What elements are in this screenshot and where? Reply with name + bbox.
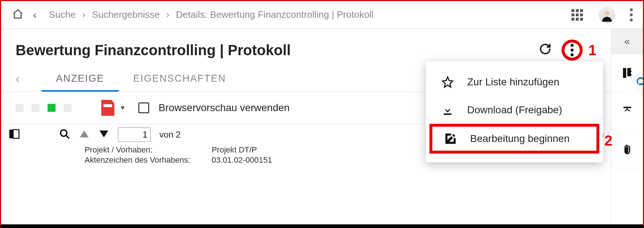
svg-rect-4: [576, 13, 579, 16]
breadcrumb-current: Details: Bewertung Finanzcontrolling | P…: [176, 9, 374, 20]
more-menu-icon[interactable]: [630, 8, 633, 21]
svg-rect-8: [580, 17, 583, 20]
svg-rect-11: [13, 130, 19, 138]
status-swatch: [32, 104, 40, 112]
svg-rect-6: [571, 17, 574, 20]
svg-point-12: [61, 130, 67, 136]
status-swatch: [16, 104, 24, 112]
menu-item-label: Bearbeitung beginnen: [470, 133, 570, 144]
download-icon: [440, 104, 455, 116]
annotation-marker-1: 1: [588, 42, 596, 58]
page-number-input[interactable]: [118, 127, 151, 142]
sidebar-toggle-icon[interactable]: [8, 128, 20, 141]
svg-rect-15: [623, 107, 631, 108]
browser-preview-checkbox[interactable]: [138, 102, 149, 113]
breadcrumb-item[interactable]: Suche: [49, 9, 76, 20]
tab-display[interactable]: ANZEIGE: [41, 66, 119, 91]
chevron-right-icon: ›: [82, 9, 86, 20]
page-down-icon[interactable]: [98, 130, 109, 140]
chevron-right-icon: ›: [166, 9, 170, 20]
page-up-icon[interactable]: [79, 130, 90, 140]
top-navigation: ‹ Suche › Suchergebnisse › Details: Bewe…: [1, 1, 643, 29]
browser-preview-label: Browservorschau verwenden: [159, 102, 290, 114]
svg-rect-7: [576, 17, 579, 20]
menu-item-label: Download (Freigabe): [467, 104, 562, 116]
edit-icon: [443, 133, 458, 145]
meta-value: 03.01.02-000151: [212, 155, 272, 165]
format-dropdown-icon[interactable]: ▼: [119, 104, 126, 112]
page-header: Bewertung Finanzcontrolling | Protokoll …: [1, 29, 611, 66]
status-swatch-active: [48, 104, 56, 112]
star-icon: [440, 76, 455, 88]
status-swatch: [64, 104, 72, 112]
svg-rect-3: [571, 13, 574, 16]
svg-rect-1: [576, 9, 579, 12]
menu-item-label: Zur Liste hinzufügen: [467, 76, 559, 88]
svg-line-13: [66, 135, 69, 138]
page-total-label: von 2: [159, 130, 181, 140]
breadcrumb-item[interactable]: Suchergebnisse: [92, 9, 159, 20]
menu-download[interactable]: Download (Freigabe): [426, 96, 603, 124]
svg-rect-5: [580, 13, 583, 16]
side-attachment-icon[interactable]: [611, 130, 643, 168]
menu-start-editing[interactable]: Bearbeitung beginnen: [429, 124, 599, 154]
svg-point-9: [604, 11, 609, 15]
meta-key: Projekt / Vorhaben:: [85, 145, 208, 155]
annotation-marker-2: 2: [604, 133, 612, 149]
svg-rect-2: [580, 9, 583, 12]
svg-rect-14: [444, 113, 451, 115]
page-more-menu-button[interactable]: [562, 40, 583, 61]
meta-value: Projekt DT/P: [212, 145, 257, 155]
collapse-panel-button[interactable]: «: [611, 29, 643, 54]
search-icon[interactable]: [59, 129, 70, 141]
pdf-file-icon[interactable]: [101, 100, 114, 116]
apps-grid-icon[interactable]: [570, 8, 584, 22]
tab-properties[interactable]: EIGENSCHAFTEN: [119, 66, 241, 91]
refresh-icon[interactable]: [539, 43, 551, 58]
context-menu: Zur Liste hinzufügen Download (Freigabe)…: [426, 61, 603, 162]
home-icon[interactable]: [11, 8, 24, 21]
tabs-prev-icon[interactable]: ‹: [16, 72, 20, 86]
side-upload-icon[interactable]: [611, 92, 643, 130]
page-title: Bewertung Finanzcontrolling | Protokoll: [16, 42, 291, 58]
right-side-panel: «: [611, 29, 643, 225]
meta-key: Aktenzeichen des Vorhabens:: [85, 155, 208, 165]
svg-rect-10: [9, 130, 13, 138]
user-avatar[interactable]: [599, 7, 615, 23]
back-icon[interactable]: ‹: [33, 9, 37, 21]
menu-add-to-list[interactable]: Zur Liste hinzufügen: [426, 68, 603, 96]
svg-rect-0: [571, 9, 574, 12]
